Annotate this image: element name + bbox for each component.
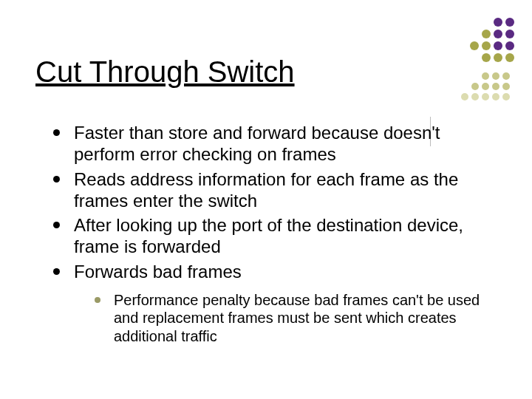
- sub-list: Performance penalty because bad frames c…: [74, 291, 497, 345]
- slide-body: Faster than store and forward because do…: [53, 122, 497, 348]
- bullet-item: Reads address information for each frame…: [53, 168, 497, 212]
- slide: Cut Through Switch Faster than store and…: [0, 0, 532, 399]
- bullet-item: Forwards bad frames Performance penalty …: [53, 261, 497, 345]
- bullet-text: After looking up the port of the destina…: [74, 215, 463, 256]
- sub-bullet-item: Performance penalty because bad frames c…: [74, 291, 497, 345]
- bullet-text: Faster than store and forward because do…: [74, 123, 440, 164]
- sub-bullet-text: Performance penalty because bad frames c…: [114, 292, 480, 344]
- bullet-item: Faster than store and forward because do…: [53, 122, 497, 166]
- decorative-dots: [423, 18, 511, 106]
- bullet-text: Reads address information for each frame…: [74, 169, 458, 211]
- bullet-text: Forwards bad frames: [74, 262, 242, 282]
- bullet-item: After looking up the port of the destina…: [53, 214, 497, 258]
- slide-title: Cut Through Switch: [35, 55, 295, 89]
